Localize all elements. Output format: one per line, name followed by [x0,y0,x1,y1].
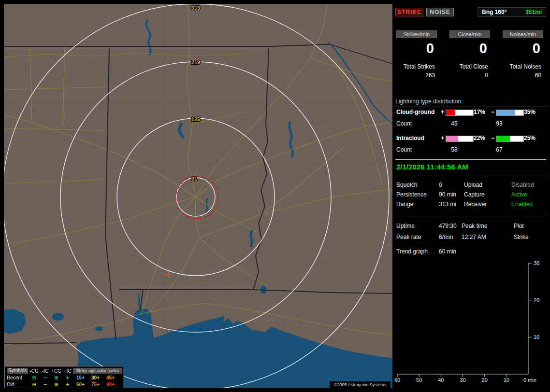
noises-per-min-value: 0 [503,41,543,56]
copyright-text: ©2005 Astrogenic Systems [330,381,391,388]
x-origin-label: 0 min [523,377,536,383]
ic-neg-bar [496,136,524,142]
lightning-map[interactable]: 313 219 125 31 Symbols -CG -IC +CG +IC S… [4,4,392,388]
noise-tab-button[interactable]: NOISE [426,8,454,16]
old-pos-ic-icon: + [62,382,73,387]
legend-header-row: Symbols -CG -IC +CG +IC Strike age color… [5,367,123,374]
persistence-label: Persistence [396,191,427,198]
uptime-label: Uptime [396,223,415,229]
squelch-value: 0 [439,182,442,188]
old-neg-ic-icon: − [40,382,51,387]
map-legend: Symbols -CG -IC +CG +IC Strike age color… [5,366,124,388]
plot-value: Strike [514,234,529,240]
bearing-label: Bng 160° [482,8,507,16]
peak-rate-value: 6/min [439,234,453,240]
y-tick-20: 20 [534,297,539,303]
y-tick-30: 30 [534,260,539,266]
trend-graph: 30 20 10 60 50 40 30 20 10 0 min [392,260,550,387]
map-canvas: 313 219 125 31 [4,4,392,388]
legend-recent-label: Recent [5,375,29,380]
persistence-value: 90 min [439,191,456,198]
x-tick-50: 50 [416,377,422,383]
age-60: 60+ [73,382,88,387]
legend-col-pos-ic: +IC [62,368,73,374]
capture-status: Active [511,191,527,198]
capture-label: Capture [464,191,485,198]
noises-per-min-label: Noises/min [503,30,543,38]
ring-label-125: 125 [191,116,200,122]
peak-time-value: 12:27 AM [462,234,486,240]
upload-status: Disabled [511,182,534,188]
bearing-range: 351mi [525,8,542,16]
recent-pos-cg-icon: ⊕ [51,375,62,380]
ic-pos-count: 58 [447,146,462,153]
trend-graph-label: Trend graph [396,248,428,255]
ic-pos-sign: + [441,135,444,141]
age-75: 75+ [88,382,103,387]
x-tick-60: 60 [394,377,400,383]
uptime-value: 479:30 [439,223,457,229]
recent-neg-cg-icon: ⊖ [29,375,40,380]
trend-axes [397,263,532,377]
legend-col-pos-cg: +CG [51,368,62,374]
close-per-min-value: 0 [449,41,490,56]
plot-label: Plot [514,223,524,229]
upload-label: Upload [464,182,482,188]
age-30: 30+ [88,375,103,380]
ic-neg-sign: − [491,135,494,141]
cg-neg-count: 93 [492,120,507,127]
cg-pos-pct: 17% [474,109,485,115]
total-strikes-value: 263 [396,72,437,79]
legend-old-row: Old ⊖ − ⊕ + 60+ 75+ 90+ [5,381,123,388]
cg-pos-sign: + [441,109,444,115]
ic-neg-count: 67 [492,146,507,153]
old-neg-cg-icon: ⊖ [29,382,40,387]
ring-label-313: 313 [191,5,200,11]
legend-age-header: Strike age color codes [73,368,122,374]
range-value: 313 mi [439,201,456,208]
bearing-readout: Bng 160° 351mi [478,7,546,17]
legend-recent-row: Recent ⊖ − ⊕ + 15+ 30+ 45+ [5,374,123,381]
divider [395,176,546,176]
divider [395,159,546,160]
x-tick-10: 10 [504,377,509,383]
total-strikes-label: Total Strikes [396,63,437,70]
cloud-ground-label: Cloud-ground [396,109,434,115]
legend-col-neg-cg: -CG [29,368,40,374]
cg-neg-bar [496,110,524,116]
peak-time-label: Peak time [462,223,487,229]
ic-neg-pct: 25% [524,135,536,141]
strikes-per-min-label: Strikes/min [396,30,437,38]
ic-count-label: Count [396,146,412,153]
cg-neg-sign: − [491,109,494,115]
receiver-label: Receiver [464,201,487,208]
recent-pos-ic-icon: + [62,375,73,380]
ic-pos-pct: 22% [474,135,485,141]
total-close-label: Total Close [449,63,490,70]
total-noises-label: Total Noises [503,63,543,70]
range-label: Range [396,201,413,208]
trend-graph-span: 60 min [439,248,456,255]
y-tick-10: 10 [534,334,539,340]
close-per-min-label: Close/min [449,30,490,38]
x-tick-40: 40 [438,377,444,383]
strike-tab-button[interactable]: STRIKE [395,8,423,16]
age-15: 15+ [73,375,88,380]
receiver-status: Enabled [511,201,533,208]
cg-pos-count: 45 [447,120,462,127]
strikes-per-min-value: 0 [396,41,437,56]
age-45: 45+ [103,375,118,380]
x-tick-20: 20 [482,377,488,383]
total-close-value: 0 [449,72,490,79]
intracloud-label: Intracloud [396,135,424,141]
cg-count-label: Count [396,120,412,127]
old-pos-cg-icon: ⊕ [51,382,62,387]
x-tick-30: 30 [460,377,465,383]
legend-symbols-header: Symbols [7,368,28,374]
nexstorm-window: 313 219 125 31 Symbols -CG -IC +CG +IC S… [0,0,550,392]
ring-label-219: 219 [191,59,200,65]
squelch-label: Squelch [396,182,417,188]
legend-old-label: Old [5,382,29,387]
datetime-display: 2/1/2026 11:44:56 AM [396,163,468,171]
divider [395,216,546,216]
